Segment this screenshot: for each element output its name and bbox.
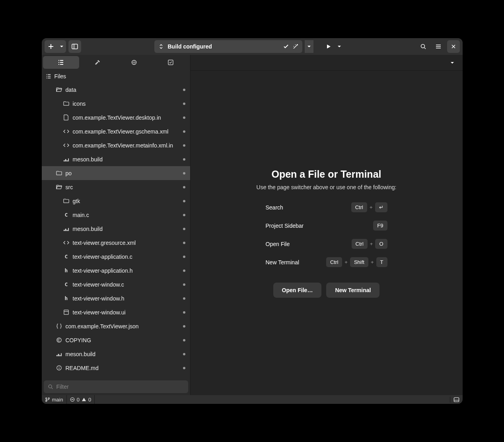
code-icon (63, 142, 70, 148)
open-file-button[interactable]: Open File… (273, 283, 322, 298)
tree-row-label: meson.build (66, 351, 180, 357)
new-button[interactable] (45, 40, 57, 53)
toggle-sidebar-button[interactable] (68, 40, 81, 53)
vcs-dot-icon (183, 311, 185, 314)
tree-row-label: text-viewer-application.h (73, 268, 180, 274)
tree-row[interactable]: gtk (42, 194, 190, 208)
tab-build[interactable] (79, 56, 116, 69)
run-button[interactable] (322, 40, 335, 53)
folder-icon (56, 170, 62, 176)
tree-row-label: text-viewer-window.ui (73, 309, 180, 316)
welcome-page: Open a File or Terminal Use the page swi… (191, 71, 463, 395)
folder-icon (63, 198, 70, 204)
shortcut-keys: Ctrl+Shift+T (326, 257, 387, 267)
key-plus: + (344, 259, 348, 265)
svg-rect-0 (72, 44, 78, 49)
tree-row[interactable]: Cmain.c (42, 208, 190, 222)
editor-area: Open a File or Terminal Use the page swi… (191, 55, 463, 395)
tab-files[interactable] (43, 56, 80, 69)
info-icon (56, 365, 62, 371)
tree-row[interactable]: text-viewer-window.ui (42, 305, 190, 319)
code-icon (63, 240, 70, 246)
tree-row[interactable]: README.md (42, 361, 190, 375)
new-split-button (45, 40, 66, 53)
svg-rect-17 (56, 355, 58, 356)
tree-row[interactable]: com.example.TextViewer.desktop.in (42, 111, 190, 124)
tab-debug[interactable] (116, 56, 152, 69)
run-split-button (322, 40, 344, 53)
svg-point-2 (421, 45, 424, 48)
shortcut-label: New Terminal (266, 259, 327, 266)
page-switcher (191, 55, 463, 71)
vcs-dot-icon (183, 228, 185, 230)
filter-input[interactable] (56, 384, 184, 390)
tree-row-label: meson.build (73, 156, 180, 163)
sidebar-tabs (42, 55, 190, 70)
svg-rect-13 (68, 228, 69, 231)
status-diagnostics[interactable]: 0 0 (67, 395, 95, 404)
tree-row[interactable]: htext-viewer-window.h (42, 291, 190, 305)
tree-row-label: com.example.TextViewer.gschema.xml (73, 128, 180, 135)
svg-point-27 (45, 400, 47, 401)
tree-row[interactable]: Ctext-viewer-window.c (42, 277, 190, 291)
key: Ctrl (326, 257, 342, 267)
close-button[interactable] (447, 40, 460, 53)
svg-rect-19 (59, 355, 60, 356)
key: Ctrl (352, 239, 368, 249)
meson-icon (63, 156, 70, 162)
tree-row-label: README.md (66, 365, 180, 371)
headerbar: Build configured (42, 38, 463, 55)
tree-row[interactable]: icons (42, 97, 190, 111)
key: O (375, 239, 387, 249)
welcome-subtitle: Use the page switcher above or use one o… (257, 184, 397, 190)
tree-row[interactable]: po (42, 166, 190, 180)
svg-rect-18 (58, 354, 59, 357)
vcs-dot-icon (183, 158, 185, 161)
shortcut-keys: Ctrl+↵ (351, 202, 387, 212)
tree-row-label: com.example.TextViewer.metainfo.xml.in (73, 142, 180, 149)
chevron-down-icon (60, 45, 63, 48)
tree-row-label: src (66, 184, 180, 190)
tree-row[interactable]: Ctext-viewer-application.c (42, 250, 190, 264)
file-icon (63, 114, 70, 120)
tree-row[interactable]: com.example.TextViewer.metainfo.xml.in (42, 138, 190, 152)
tree-row[interactable]: meson.build (42, 347, 190, 361)
page-switcher-dropdown[interactable] (446, 56, 459, 69)
svg-point-28 (48, 397, 49, 399)
vcs-dot-icon (183, 89, 185, 91)
tree-row[interactable]: text-viewer.gresource.xml (42, 236, 190, 250)
tree-row[interactable]: COPYING (42, 333, 190, 347)
tree-row[interactable]: meson.build (42, 152, 190, 166)
new-terminal-button[interactable]: New Terminal (326, 283, 379, 298)
key: F9 (373, 221, 387, 231)
menu-button[interactable] (432, 40, 445, 53)
key-plus: + (371, 259, 374, 265)
shortcut-row: Project SidebarF9 (266, 220, 387, 232)
status-panel-toggle[interactable] (450, 397, 463, 403)
shortcut-label: Open File (266, 241, 352, 247)
run-dropdown[interactable] (335, 40, 344, 53)
tree-row-label: com.example.TextViewer.json (66, 323, 180, 330)
status-vcs[interactable]: main (42, 395, 67, 404)
build-status[interactable]: Build configured (154, 40, 302, 53)
svg-rect-14 (64, 310, 68, 314)
tree-row[interactable]: com.example.TextViewer.gschema.xml (42, 124, 190, 138)
vcs-dot-icon (183, 325, 185, 328)
tab-todo[interactable] (152, 56, 189, 69)
build-dropdown[interactable] (305, 40, 313, 53)
tree-row[interactable]: htext-viewer-application.h (42, 264, 190, 277)
sidebar-title-label: Files (54, 73, 66, 79)
tree-row[interactable]: src (42, 180, 190, 194)
error-icon (70, 397, 75, 402)
copyright-icon (56, 337, 62, 343)
tree-row[interactable]: data (42, 83, 190, 97)
file-tree[interactable]: dataiconscom.example.TextViewer.desktop.… (42, 83, 190, 378)
tree-row-label: meson.build (73, 226, 180, 232)
new-dropdown[interactable] (57, 40, 66, 53)
tree-row[interactable]: meson.build (42, 222, 190, 236)
wand-icon (293, 44, 298, 49)
svg-line-3 (424, 48, 426, 49)
tree-row[interactable]: com.example.TextViewer.json (42, 319, 190, 333)
search-button[interactable] (417, 40, 430, 53)
vcs-dot-icon (183, 269, 185, 272)
